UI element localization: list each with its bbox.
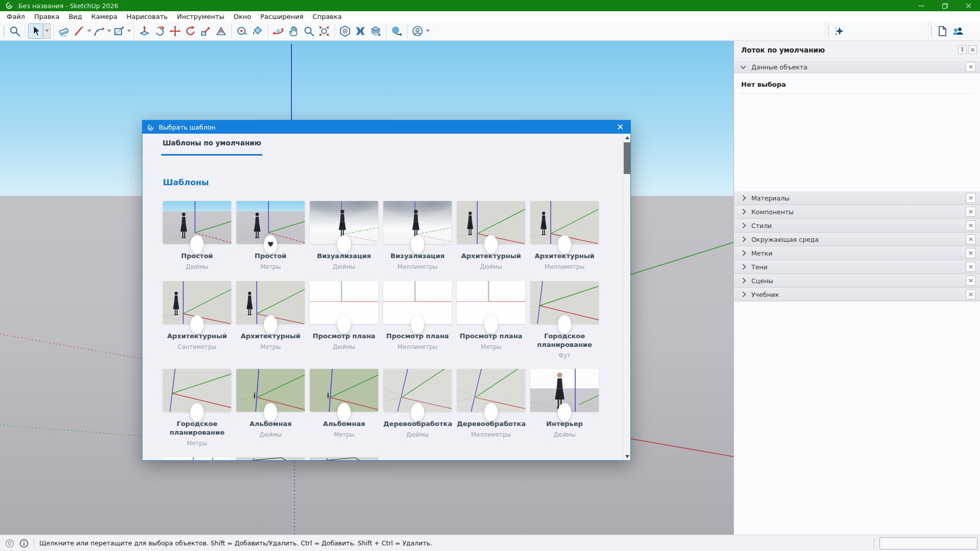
template-thumbnail[interactable] [236, 281, 305, 324]
tool-chat[interactable] [389, 23, 404, 39]
measurements-input[interactable] [879, 537, 977, 549]
template-card[interactable]: Архитектурный Метры [236, 281, 305, 359]
template-card[interactable]: Просмотр плана Миллиметры [383, 281, 452, 359]
template-thumbnail[interactable] [383, 201, 452, 244]
tray-pin-button[interactable] [958, 45, 967, 54]
section-environment[interactable]: Окружающая среда × [734, 233, 980, 246]
template-thumbnail[interactable] [457, 201, 525, 244]
template-card[interactable]: Архитектурный Дюймы [457, 201, 525, 270]
toolbar-drag-handle[interactable] [827, 24, 830, 38]
section-close-button[interactable]: × [966, 262, 976, 272]
tool-rectangle-caret[interactable] [127, 30, 131, 32]
template-thumbnail[interactable] [163, 457, 231, 461]
template-card[interactable]: Альбомная Метры [310, 369, 378, 447]
template-thumbnail[interactable] [163, 201, 231, 244]
section-instructor[interactable]: Учебник × [734, 288, 980, 302]
template-card[interactable]: Интерьер Дюймы [530, 369, 599, 447]
section-close-button[interactable]: × [966, 207, 976, 217]
tool-account-caret[interactable] [426, 30, 430, 32]
tool-arc-caret[interactable] [107, 30, 111, 32]
section-close-button[interactable]: × [966, 248, 976, 258]
tool-arc[interactable] [91, 23, 107, 39]
template-card[interactable]: Архитектурный Миллиметры [530, 201, 599, 270]
section-styles[interactable]: Стили × [734, 219, 980, 233]
tool-line-caret[interactable] [87, 30, 91, 32]
info-icon[interactable] [19, 539, 29, 548]
template-thumbnail[interactable] [383, 281, 452, 324]
restore-button[interactable] [933, 0, 957, 11]
menu-item-window[interactable]: Окно [229, 12, 256, 21]
favorite-toggle[interactable]: ♥ [264, 235, 277, 254]
favorite-toggle[interactable] [558, 403, 571, 421]
favorite-toggle[interactable] [264, 315, 277, 334]
favorite-toggle[interactable] [337, 315, 351, 334]
template-card[interactable]: Деревообработка Дюймы [383, 369, 452, 447]
tool-zoom-extents[interactable] [316, 23, 332, 39]
section-tags[interactable]: Метки × [734, 246, 980, 260]
dialog-close-button[interactable]: ✕ [610, 120, 630, 134]
template-card[interactable]: ♥Простой Метры [236, 201, 305, 270]
tool-scale[interactable] [198, 23, 213, 39]
tool-line[interactable] [71, 23, 87, 39]
section-close-button[interactable]: × [966, 234, 976, 244]
menu-item-extensions[interactable]: Расширения [256, 12, 308, 21]
favorite-toggle[interactable] [190, 235, 204, 254]
template-card[interactable]: Просмотр плана Дюймы [310, 281, 378, 359]
template-thumbnail[interactable] [530, 201, 599, 244]
toolbar-drag-handle[interactable] [930, 24, 933, 38]
menu-item-help[interactable]: Справка [308, 12, 346, 21]
favorite-toggle[interactable] [558, 235, 571, 254]
template-card[interactable]: Альбомная Дюймы [236, 369, 305, 447]
menu-item-camera[interactable]: Камера [87, 12, 122, 21]
scrollbar-thumb[interactable] [624, 142, 630, 174]
tool-follow-me[interactable] [152, 23, 167, 39]
template-thumbnail[interactable] [163, 369, 231, 412]
geolocation-icon[interactable] [5, 539, 14, 548]
section-close-button[interactable]: × [966, 62, 976, 72]
tool-components[interactable] [368, 23, 383, 39]
template-thumbnail[interactable] [310, 457, 378, 461]
template-card[interactable] [236, 457, 305, 461]
template-thumbnail[interactable] [236, 369, 305, 412]
template-card[interactable]: Простой Дюймы [163, 201, 231, 270]
tool-push-pull[interactable] [137, 23, 152, 39]
template-thumbnail[interactable] [310, 201, 378, 244]
tool-select[interactable] [28, 23, 43, 39]
menu-item-view[interactable]: Вид [64, 12, 86, 21]
section-scenes[interactable]: Сцены × [734, 274, 980, 288]
favorite-toggle[interactable] [484, 403, 498, 421]
template-card[interactable]: Деревообработка Миллиметры [457, 369, 525, 447]
section-components[interactable]: Компоненты × [734, 205, 980, 219]
favorite-toggle[interactable] [484, 235, 498, 254]
toolbar-drag-handle[interactable] [3, 24, 6, 38]
tool-ai-assistant[interactable] [831, 23, 847, 39]
favorite-toggle[interactable] [190, 315, 204, 334]
template-thumbnail[interactable] [383, 369, 452, 412]
tool-orbit[interactable] [271, 23, 286, 39]
favorite-toggle[interactable] [411, 403, 424, 421]
template-thumbnail[interactable] [457, 281, 525, 324]
minimize-button[interactable] [910, 0, 933, 11]
section-close-button[interactable]: × [966, 289, 976, 299]
tool-account[interactable] [410, 23, 425, 39]
template-thumbnail[interactable]: ♥ [236, 201, 305, 244]
favorite-toggle[interactable] [411, 315, 424, 334]
tab-default-templates[interactable]: Шаблоны по умолчанию [161, 139, 262, 156]
section-shadows[interactable]: Тени × [734, 260, 980, 274]
tool-tape-measure[interactable] [234, 23, 250, 39]
tool-move[interactable] [167, 23, 183, 39]
tool-extension-warehouse[interactable] [353, 23, 368, 39]
menu-item-tools[interactable]: Инструменты [172, 12, 229, 21]
template-thumbnail[interactable] [530, 281, 599, 324]
template-card[interactable] [163, 457, 231, 461]
favorite-toggle[interactable] [411, 235, 424, 254]
template-thumbnail[interactable] [530, 369, 599, 412]
tool-offset[interactable] [213, 23, 229, 39]
template-card[interactable]: Визуализация Дюймы [310, 201, 378, 270]
tool-select-dropdown[interactable] [43, 23, 51, 39]
tool-eraser[interactable] [56, 23, 71, 39]
section-materials[interactable]: Материалы × [734, 191, 980, 205]
tool-search[interactable] [7, 23, 22, 39]
tool-collaborate[interactable] [950, 23, 965, 39]
favorite-toggle[interactable] [337, 235, 351, 254]
